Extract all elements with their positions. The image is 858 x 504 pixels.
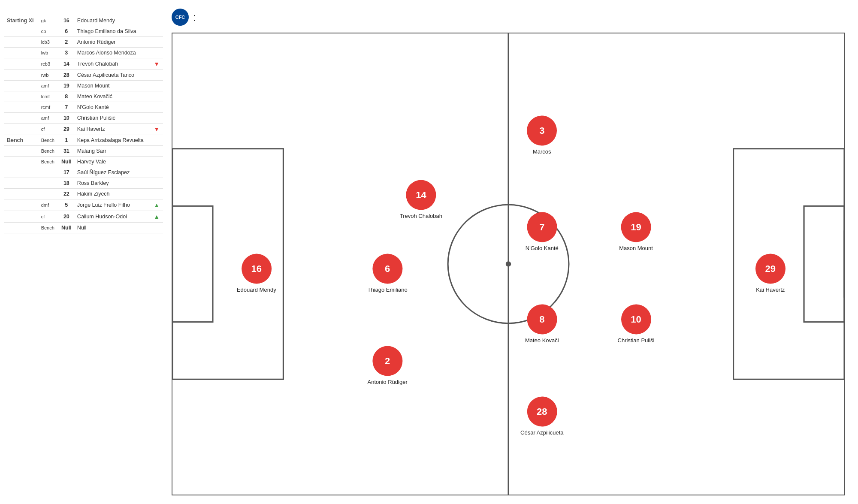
arrow-down-icon: ▼	[154, 60, 160, 67]
position-label: Bench	[39, 223, 58, 233]
player-number: 22	[58, 189, 75, 199]
section-label	[4, 178, 39, 189]
position-label: cf	[39, 211, 58, 223]
player-name: Antonio Rüdiger	[75, 37, 151, 48]
player-name-mendy: Edouard Mendy	[237, 287, 276, 293]
player-circle-marcos: 3	[527, 115, 557, 145]
player-number: Null	[58, 223, 75, 233]
pitch-player-kovacic: 8Mateo Kovači	[525, 305, 559, 344]
position-label: cf	[39, 124, 58, 135]
table-row: cb6Thiago Emiliano da Silva	[4, 26, 163, 37]
section-label	[4, 199, 39, 211]
player-icon	[151, 70, 163, 81]
pitch-player-marcos: 3Marcos	[527, 115, 557, 154]
player-icon	[151, 26, 163, 37]
table-row: lwb3Marcos Alonso Mendoza	[4, 48, 163, 58]
position-label: rcmf	[39, 102, 58, 113]
player-number: 6	[58, 26, 75, 37]
player-name: César Azpilicueta Tanco	[75, 70, 151, 81]
table-row: cf20Callum Hudson-Odoi▲	[4, 211, 163, 223]
section-label	[4, 113, 39, 124]
player-icon	[151, 15, 163, 26]
player-icon	[151, 113, 163, 124]
position-label: rcb3	[39, 58, 58, 70]
player-icon	[151, 167, 163, 178]
section-label	[4, 223, 39, 233]
player-icon: ▼	[151, 124, 163, 135]
pitch-container: 16Edouard Mendy6Thiago Emiliano2Antonio …	[172, 33, 845, 495]
table-row: BenchBench1Kepa Arrizabalaga Revuelta	[4, 135, 163, 146]
player-name: Marcos Alonso Mendoza	[75, 48, 151, 58]
player-icon	[151, 37, 163, 48]
pitch-header: CFC :	[172, 9, 845, 26]
section-label	[4, 157, 39, 167]
player-name: Harvey Vale	[75, 157, 151, 167]
player-icon: ▼	[151, 58, 163, 70]
table-row: amf10Christian Pulišić	[4, 113, 163, 124]
position-label	[39, 178, 58, 189]
right-panel: CFC :	[167, 0, 858, 504]
player-icon: ▲	[151, 199, 163, 211]
section-label	[4, 211, 39, 223]
pitch-player-rudiger: 2Antonio Rüdiger	[367, 346, 407, 385]
pitch-player-thiago: 6Thiago Emiliano	[368, 254, 408, 293]
player-name: Null	[75, 223, 151, 233]
position-label	[39, 189, 58, 199]
player-number: 18	[58, 178, 75, 189]
section-label	[4, 48, 39, 58]
position-label: lcmf	[39, 91, 58, 102]
player-name-thiago: Thiago Emiliano	[368, 287, 408, 293]
player-name: Edouard Mendy	[75, 15, 151, 26]
player-name-chalobah: Trevoh Chalobah	[400, 213, 442, 219]
player-number: 3	[58, 48, 75, 58]
player-number: 2	[58, 37, 75, 48]
player-circle-kante: 7	[527, 212, 557, 242]
pitch-player-chalobah: 14Trevoh Chalobah	[400, 180, 442, 219]
player-name: Christian Pulišić	[75, 113, 151, 124]
player-name: Mateo Kovačić	[75, 91, 151, 102]
position-label	[39, 167, 58, 178]
player-number: Null	[58, 157, 75, 167]
player-name: Callum Hudson-Odoi	[75, 211, 151, 223]
section-label	[4, 70, 39, 81]
position-label: amf	[39, 113, 58, 124]
player-circle-mount: 19	[621, 212, 651, 242]
player-name: Jorge Luiz Frello Filho	[75, 199, 151, 211]
section-label	[4, 167, 39, 178]
table-row: rcmf7N'Golo Kanté	[4, 102, 163, 113]
arrow-up-icon: ▲	[154, 213, 160, 220]
player-circle-cesar: 28	[527, 397, 557, 427]
table-row: BenchNullHarvey Vale	[4, 157, 163, 167]
section-label	[4, 81, 39, 91]
player-number: 1	[58, 135, 75, 146]
arrow-up-icon: ▲	[154, 202, 160, 208]
table-row: cf29Kai Havertz▼	[4, 124, 163, 135]
player-icon	[151, 135, 163, 146]
pitch-player-mendy: 16Edouard Mendy	[237, 254, 276, 293]
arrow-down-icon: ▼	[154, 126, 160, 133]
pitch-player-kante: 7N'Golo Kanté	[526, 212, 559, 251]
section-label	[4, 146, 39, 157]
player-circle-rudiger: 2	[372, 346, 402, 376]
table-row: lcb32Antonio Rüdiger	[4, 37, 163, 48]
club-logo: CFC	[172, 9, 189, 26]
position-label: gk	[39, 15, 58, 26]
pitch-player-mount: 19Mason Mount	[619, 212, 653, 251]
player-icon: ▲	[151, 211, 163, 223]
position-label: rwb	[39, 70, 58, 81]
player-name: Saúl Ñíguez Esclapez	[75, 167, 151, 178]
position-label: Bench	[39, 146, 58, 157]
table-row: rwb28César Azpilicueta Tanco	[4, 70, 163, 81]
player-number: 31	[58, 146, 75, 157]
player-name-mount: Mason Mount	[619, 245, 653, 251]
player-name: Malang Sarr	[75, 146, 151, 157]
pitch-player-pulisic: 10Christian Puliši	[618, 305, 655, 344]
player-number: 8	[58, 91, 75, 102]
table-row: amf19Mason Mount	[4, 81, 163, 91]
player-name-kante: N'Golo Kanté	[526, 245, 559, 251]
player-name: Hakim Ziyech	[75, 189, 151, 199]
player-name: Kepa Arrizabalaga Revuelta	[75, 135, 151, 146]
table-row: dmf5Jorge Luiz Frello Filho▲	[4, 199, 163, 211]
pitch-title: :	[193, 11, 196, 24]
lineup-table: Starting XIgk16Edouard Mendycb6Thiago Em…	[4, 15, 163, 233]
